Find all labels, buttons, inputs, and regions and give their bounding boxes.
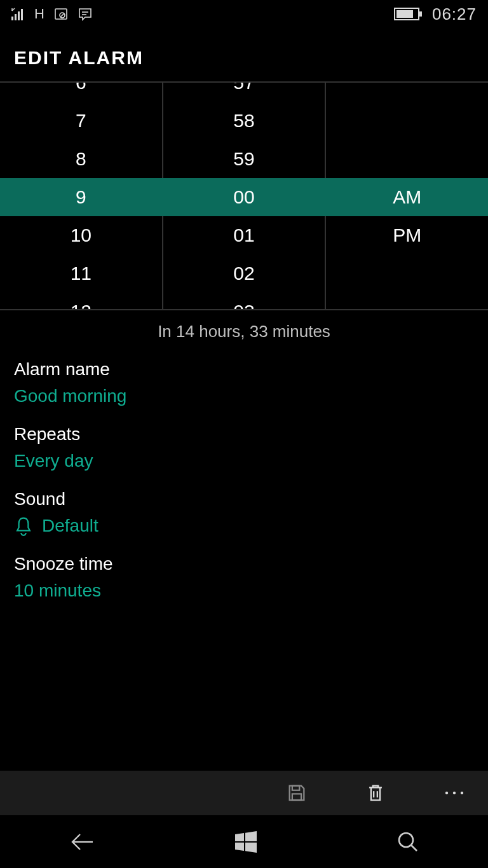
network-type: H [34,6,44,22]
picker-item[interactable]: 6 [0,81,162,102]
status-time: 06:27 [432,4,477,24]
snooze-label: Snooze time [14,554,474,574]
svg-marker-21 [245,831,257,841]
sound-label: Sound [14,489,474,509]
picker-item[interactable]: 7 [0,102,162,140]
snooze-value: 10 minutes [14,581,474,601]
minute-column[interactable]: 57585900010203 [163,83,325,309]
sound-field[interactable]: Sound Default [14,489,474,536]
picker-item[interactable] [326,293,488,310]
picker-item[interactable]: AM [326,178,488,216]
start-button[interactable] [233,829,258,855]
svg-rect-11 [396,10,413,18]
picker-item[interactable]: 58 [163,102,325,140]
svg-point-17 [453,792,456,794]
repeats-field[interactable]: Repeats Every day [14,424,474,471]
message-icon [78,7,93,21]
svg-point-16 [445,792,448,794]
sound-value: Default [42,516,98,536]
alarm-name-label: Alarm name [14,359,474,380]
status-bar: H 06:27 [0,0,488,28]
snooze-field[interactable]: Snooze time 10 minutes [14,554,474,601]
hour-column[interactable]: 6789101112 [0,83,162,309]
signal-icon [11,8,25,20]
navigation-bar [0,815,488,868]
svg-line-25 [411,845,417,851]
ampm-column[interactable]: AMPM [326,83,488,309]
picker-item[interactable]: 02 [163,254,325,293]
svg-marker-22 [235,843,244,851]
repeats-label: Repeats [14,424,474,444]
more-button[interactable] [444,790,465,796]
svg-rect-3 [21,9,23,20]
picker-item[interactable] [326,254,488,293]
picker-item[interactable]: 9 [0,178,162,216]
time-until-alarm: In 14 hours, 33 minutes [0,310,488,359]
picker-item[interactable]: PM [326,216,488,254]
picker-item[interactable]: 01 [163,216,325,254]
svg-rect-2 [18,11,20,20]
page-title: EDIT ALARM [0,28,488,81]
svg-rect-12 [292,786,299,790]
picker-item[interactable]: 11 [0,254,162,293]
picker-item[interactable]: 59 [163,140,325,178]
picker-item[interactable]: 03 [163,293,325,310]
bell-icon [14,516,33,536]
picker-item[interactable]: 10 [0,216,162,254]
data-saver-icon [53,7,69,21]
app-bar [0,771,488,815]
svg-rect-13 [292,794,301,800]
repeats-value: Every day [14,451,474,471]
picker-item[interactable] [326,140,488,178]
picker-item[interactable]: 12 [0,293,162,310]
picker-item[interactable] [326,102,488,140]
svg-marker-23 [245,843,257,853]
alarm-name-field[interactable]: Alarm name Good morning [14,359,474,406]
time-picker[interactable]: 6789101112 57585900010203 AMPM [0,81,488,310]
picker-item[interactable]: 8 [0,140,162,178]
picker-item[interactable]: 57 [163,81,325,102]
search-button[interactable] [395,830,419,854]
battery-icon [394,6,423,22]
svg-rect-0 [11,17,13,20]
back-button[interactable] [69,831,95,853]
delete-button[interactable] [365,782,386,804]
save-button[interactable] [286,782,308,804]
picker-item[interactable]: 00 [163,178,325,216]
svg-rect-1 [15,14,17,20]
svg-line-6 [60,13,64,17]
svg-marker-20 [235,833,244,841]
alarm-name-value: Good morning [14,386,474,406]
svg-rect-10 [419,11,422,17]
svg-point-18 [461,792,463,794]
svg-point-24 [399,833,413,847]
picker-item[interactable] [326,81,488,102]
